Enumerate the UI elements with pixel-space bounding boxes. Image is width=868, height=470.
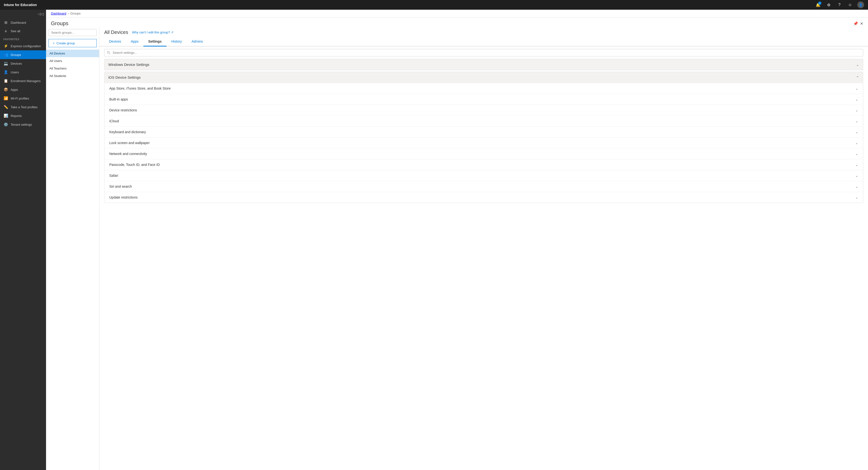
- setting-network[interactable]: Network and connectivity ⌄: [104, 148, 863, 159]
- main-layout: ◁◁ ⊞ Dashboard ≡ See all FAVORITES ⚡ Exp…: [0, 10, 868, 470]
- chevron-down-icon: ⌄: [856, 120, 858, 123]
- setting-safari-label: Safari: [109, 174, 118, 177]
- breadcrumb-separator: ›: [68, 12, 69, 15]
- setting-keyboard-label: Keyboard and dictionary: [109, 130, 146, 134]
- tab-history[interactable]: History: [166, 37, 187, 46]
- sidebar-item-wifi[interactable]: 📶 Wi-Fi profiles: [0, 94, 46, 103]
- pin-button[interactable]: 📌: [853, 21, 858, 26]
- test-icon: ✏️: [3, 105, 8, 109]
- list-icon: ≡: [3, 29, 8, 33]
- chevron-down-icon: ⌄: [856, 130, 858, 134]
- group-list-item-all-students[interactable]: All Students: [46, 72, 99, 80]
- setting-passcode-label: Passcode, Touch ID, and Face ID: [109, 163, 160, 167]
- page-header-actions: 📌 ✕: [853, 21, 863, 26]
- chevron-down-icon: ⌄: [856, 174, 858, 177]
- setting-icloud[interactable]: iCloud ⌄: [104, 115, 863, 126]
- setting-passcode[interactable]: Passcode, Touch ID, and Face ID ⌄: [104, 159, 863, 170]
- setting-keyboard[interactable]: Keyboard and dictionary ⌄: [104, 126, 863, 137]
- search-settings-row: [104, 49, 863, 57]
- setting-app-store[interactable]: App Store, iTunes Store, and Book Store …: [104, 83, 863, 94]
- setting-update-restrictions-label: Update restrictions: [109, 195, 137, 199]
- groups-icon: 👥: [3, 53, 8, 57]
- favorites-label: FAVORITES: [0, 35, 46, 42]
- sidebar-item-dashboard[interactable]: ⊞ Dashboard: [0, 18, 46, 27]
- sidebar-item-devices[interactable]: 💻 Devices: [0, 59, 46, 68]
- sidebar-item-label: Take a Test profiles: [11, 105, 37, 109]
- notifications-button[interactable]: 🔔 3: [815, 1, 822, 8]
- search-settings-input[interactable]: [104, 49, 863, 57]
- group-list-item-all-users[interactable]: All Users: [46, 57, 99, 65]
- sidebar-item-reports[interactable]: 📊 Reports: [0, 111, 46, 120]
- sidebar-item-tenant[interactable]: ⚙️ Tenant settings: [0, 120, 46, 129]
- group-title-bar: All Devices Why can't I edit this group?…: [99, 27, 868, 35]
- breadcrumb: Dashboard › Groups: [46, 10, 868, 18]
- chevron-down-icon: ⌄: [856, 152, 858, 156]
- tabs-bar: Devices Apps Settings History Admins: [99, 37, 868, 46]
- sidebar-item-apps[interactable]: 📦 Apps: [0, 85, 46, 94]
- search-groups-input[interactable]: [49, 29, 97, 36]
- breadcrumb-groups: Groups: [70, 12, 81, 15]
- sidebar-item-label: Dashboard: [11, 21, 26, 25]
- chevron-down-icon: ⌄: [856, 108, 858, 112]
- setting-built-in-apps-label: Built-in apps: [109, 97, 128, 101]
- group-list-item-all-devices[interactable]: All Devices: [46, 49, 99, 57]
- sidebar-item-users[interactable]: 👤 Users: [0, 68, 46, 76]
- group-list-item-all-teachers[interactable]: All Teachers: [46, 65, 99, 72]
- chevron-down-icon: ⌄: [856, 185, 858, 189]
- tab-settings[interactable]: Settings: [144, 37, 166, 46]
- plus-icon: ＋: [52, 41, 55, 45]
- user-button[interactable]: ☺: [847, 1, 854, 8]
- sidebar-item-label: See all: [11, 29, 20, 33]
- groups-list: All Devices All Users All Teachers All S…: [46, 49, 99, 470]
- chevron-down-icon: ⌄: [856, 87, 858, 90]
- settings-button[interactable]: ⚙: [825, 1, 832, 8]
- ios-device-settings-section: iOS Device Settings ⌃ App Store, iTunes …: [104, 72, 863, 203]
- windows-section-header[interactable]: Windows Device Settings ⌄: [104, 59, 863, 70]
- avatar[interactable]: 👤: [857, 1, 864, 8]
- edit-group-link[interactable]: Why can't I edit this group? ↗: [132, 31, 174, 34]
- help-button[interactable]: ?: [836, 1, 843, 8]
- tab-apps[interactable]: Apps: [126, 37, 144, 46]
- ios-section-header[interactable]: iOS Device Settings ⌃: [104, 72, 863, 83]
- content-area: Dashboard › Groups Groups 📌 ✕ ＋ Create g…: [46, 10, 868, 470]
- sidebar: ◁◁ ⊞ Dashboard ≡ See all FAVORITES ⚡ Exp…: [0, 10, 46, 470]
- create-group-button[interactable]: ＋ Create group: [49, 39, 97, 47]
- dashboard-icon: ⊞: [3, 20, 8, 25]
- topbar: Intune for Education 🔔 3 ⚙ ? ☺ 👤: [0, 0, 868, 10]
- setting-siri[interactable]: Siri and search ⌄: [104, 181, 863, 192]
- setting-network-label: Network and connectivity: [109, 152, 147, 156]
- setting-lock-screen[interactable]: Lock screen and wallpaper ⌄: [104, 137, 863, 148]
- reports-icon: 📊: [3, 113, 8, 118]
- settings-content: Windows Device Settings ⌄ iOS Device Set…: [99, 46, 868, 470]
- ios-section-items: App Store, iTunes Store, and Book Store …: [104, 83, 863, 203]
- sidebar-item-groups[interactable]: 👥 Groups: [0, 51, 46, 59]
- setting-safari[interactable]: Safari ⌄: [104, 170, 863, 181]
- users-icon: 👤: [3, 70, 8, 74]
- tenant-icon: ⚙️: [3, 122, 8, 127]
- create-group-label: Create group: [57, 41, 75, 45]
- tab-devices[interactable]: Devices: [104, 37, 126, 46]
- chevron-down-icon: ⌄: [856, 98, 858, 101]
- close-button[interactable]: ✕: [860, 21, 863, 26]
- tab-admins[interactable]: Admins: [187, 37, 208, 46]
- sidebar-item-label: Devices: [11, 62, 22, 65]
- external-link-icon: ↗: [171, 31, 174, 34]
- enrollment-icon: 📋: [3, 79, 8, 83]
- collapse-button[interactable]: ◁◁: [38, 12, 43, 16]
- apps-icon: 📦: [3, 88, 8, 92]
- sidebar-item-take-a-test[interactable]: ✏️ Take a Test profiles: [0, 103, 46, 111]
- edit-group-link-text: Why can't I edit this group?: [132, 31, 170, 34]
- setting-built-in-apps[interactable]: Built-in apps ⌄: [104, 94, 863, 105]
- right-panel: All Devices Why can't I edit this group?…: [99, 27, 868, 470]
- sidebar-item-express-config[interactable]: ⚡ Express configuration: [0, 42, 46, 51]
- setting-update-restrictions[interactable]: Update restrictions ⌄: [104, 192, 863, 203]
- breadcrumb-dashboard[interactable]: Dashboard: [51, 12, 66, 15]
- sidebar-item-enrollment[interactable]: 📋 Enrollment Managers: [0, 76, 46, 85]
- sidebar-item-see-all[interactable]: ≡ See all: [0, 27, 46, 35]
- devices-icon: 💻: [3, 61, 8, 66]
- page-title: Groups: [51, 20, 68, 27]
- sidebar-item-label: Enrollment Managers: [11, 79, 41, 83]
- topbar-icons: 🔔 3 ⚙ ? ☺ 👤: [815, 1, 864, 8]
- panels: ＋ Create group All Devices All Users All…: [46, 27, 868, 470]
- setting-device-restrictions[interactable]: Device restrictions ⌄: [104, 105, 863, 115]
